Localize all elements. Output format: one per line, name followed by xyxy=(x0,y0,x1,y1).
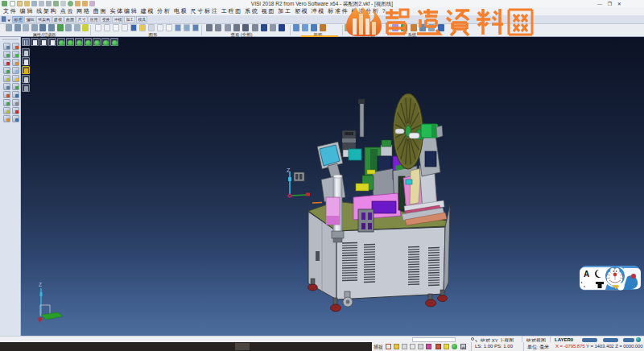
svg-text:Z: Z xyxy=(39,282,42,287)
svg-text:A: A xyxy=(584,270,589,279)
svg-text:Z: Z xyxy=(287,167,291,173)
